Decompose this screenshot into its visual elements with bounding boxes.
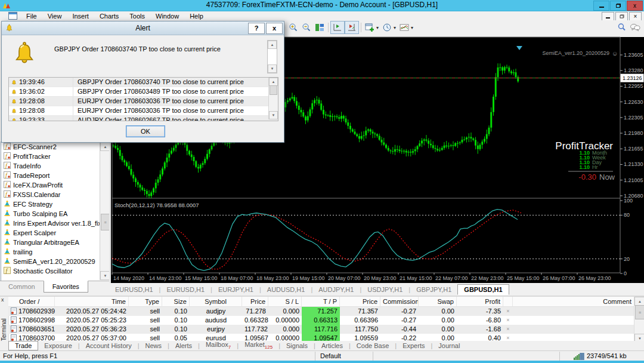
navigator-item[interactable]: fTradeReport [1,171,109,180]
scrollbar-thumb[interactable]: ≡ [635,305,644,319]
column-header[interactable]: Type [129,297,162,306]
mdi-minimize-button[interactable] [602,12,614,21]
column-header[interactable]: Price [340,297,380,306]
chart-tab-eurjpyh1[interactable]: EURJPY,H1 [212,285,259,294]
terminal-tab-journal[interactable]: Journal [432,342,466,350]
terminal-tab-articles[interactable]: Articles [315,342,349,350]
chart-tab-usdjpyh1[interactable]: USDJPY,H1 [361,285,408,294]
menu-charts[interactable]: Charts [94,13,124,20]
navigator-item[interactable]: fTradeInfo [1,161,109,171]
alert-row[interactable]: 19:36:02GBPJPY Order 1708603489 TP too c… [9,87,278,97]
scroll-up-icon[interactable]: ▲ [268,41,277,49]
terminal-tab-code-base[interactable]: Code Base [351,342,395,350]
terminal-tab-account-history[interactable]: Account History [80,342,138,350]
alert-close-button[interactable]: x [266,23,283,34]
close-order-icon[interactable]: × [503,325,513,334]
terminal-tab-market[interactable]: Market125 [239,340,278,350]
terminal-tab-alerts[interactable]: Alerts [169,342,198,350]
column-header[interactable] [503,297,513,306]
zoom-out-button[interactable] [300,21,313,33]
terminal-tab-signals[interactable]: Signals [280,342,314,350]
new-order-dropdown-icon[interactable]: ▾ [376,25,379,30]
terminal-close-icon[interactable]: x [1,297,4,303]
chart-tab-gbpusdh1[interactable]: GBPUSD,H1 [457,284,509,295]
navigator-item[interactable]: fIceFX.DrawProfit [1,180,109,190]
column-header[interactable]: Comment [513,297,634,306]
close-button[interactable]: x [627,1,643,11]
column-header[interactable]: Symbol [190,297,242,306]
chart-tab-audjpyh1[interactable]: AUDJPY,H1 [312,285,360,294]
restore-button[interactable] [610,1,626,11]
chart-tab-eurusdh1[interactable]: EURUSD,H1 [160,285,210,294]
column-header[interactable]: Order / [8,297,55,306]
navigator-item[interactable]: Irins Expert Advisor ver.1.8_fix [1,219,109,228]
status-profile[interactable]: Default [320,352,341,359]
order-row[interactable]: 17086029392020.05.27 05:24:42sell0.10aud… [8,307,634,316]
menu-insert[interactable]: Insert [67,13,94,20]
alert-help-button[interactable]: ? [248,23,265,34]
alert-row[interactable]: 19:39:46GBPJPY Order 1708603740 TP too c… [9,78,278,87]
navigator-item[interactable]: trailing [1,247,109,257]
scroll-down-icon[interactable]: ▼ [268,64,277,73]
navigator-item[interactable]: Turbo Scalping EA [1,209,109,219]
search-button[interactable] [615,21,628,33]
scrollbar-thumb[interactable]: ≡ [101,214,110,230]
scroll-down-icon[interactable]: ▼ [269,111,278,119]
navigator-item[interactable]: fFXSSI.Calendar [1,190,109,199]
order-row[interactable]: 17086036512020.05.27 05:36:23sell0.10eur… [8,325,634,334]
navigator-item[interactable]: Expert Scalper [1,228,109,238]
navigator-item[interactable]: EFC Strategy [1,199,109,209]
minimize-button[interactable] [593,1,609,11]
terminal-scrollbar[interactable]: ▲ ≡ ▼ [634,297,644,343]
terminal-tab-trade[interactable]: Trade [8,341,38,350]
navigator-item[interactable]: fEFC-Scanner2 [1,142,109,152]
scrollbar-thumb[interactable] [270,85,277,95]
column-header[interactable]: T / P [302,297,340,306]
column-header[interactable]: Commission [380,297,419,306]
periods-dropdown-icon[interactable]: ▾ [394,25,396,30]
chat-button[interactable] [628,21,642,33]
templates-button[interactable] [398,21,411,33]
menu-file[interactable]: File [21,13,42,20]
alert-message-scrollbar[interactable]: ▲ ▼ [267,40,277,73]
tile-windows-button[interactable] [313,21,326,33]
periods-button[interactable] [380,21,394,33]
chart-tab-gbpjpyh1[interactable]: GBPJPY,H1 [410,285,457,294]
alert-dialog-titlebar[interactable]: Alert ? x [2,21,284,35]
templates-dropdown-icon[interactable]: ▾ [411,25,413,30]
chart-tab-eurusdh1[interactable]: EURUSD,H1 [109,285,159,294]
navigator-item[interactable]: fProfitTracker [1,152,109,161]
navigator-tab-favorites[interactable]: Favorites [44,281,88,293]
mdi-restore-button[interactable] [615,12,628,21]
menu-view[interactable]: View [42,13,67,20]
alert-list-scrollbar[interactable]: ▲ ▼ [268,78,278,119]
chart-shift-button[interactable] [330,21,345,34]
column-header[interactable]: Size [162,297,190,306]
chart-tab-audusdh1[interactable]: AUDUSD,H1 [261,285,311,294]
column-header[interactable]: Swap [419,297,457,306]
menu-tools[interactable]: Tools [124,13,150,20]
terminal-tab-news[interactable]: News [140,342,168,350]
navigator-item[interactable]: fStochastic Oscillator [1,266,109,276]
column-header[interactable]: Time [55,297,129,306]
scroll-up-icon[interactable]: ▲ [634,297,644,306]
terminal-tab-exposure[interactable]: Exposure [38,342,78,350]
alert-row[interactable]: 19:28:08EURJPY Order 1708603036 TP too c… [9,106,278,116]
navigator-item[interactable]: Triangular ArbitrageEA [1,238,109,247]
column-header[interactable]: Profit [457,297,503,306]
order-row[interactable]: 17086029982020.05.27 05:25:23sell0.10aud… [8,316,634,325]
navigator-scrollbar[interactable]: ▲ ≡ ▼ [100,142,109,280]
terminal-tab-mailbox[interactable]: Mailbox7 [200,340,237,350]
chart-autoscroll-button[interactable] [345,21,359,34]
scroll-down-icon[interactable]: ▼ [100,271,110,280]
column-header[interactable]: Price [242,297,268,306]
navigator-tab-common[interactable]: Common [0,281,44,292]
menu-window[interactable]: Window [150,13,184,20]
menu-help[interactable]: Help [184,13,209,20]
column-header[interactable]: S / L [268,297,302,306]
zoom-in-button[interactable] [287,21,300,33]
scroll-up-icon[interactable]: ▲ [100,142,110,151]
terminal-tab-experts[interactable]: Experts [397,342,431,350]
close-order-icon[interactable]: × [503,307,513,316]
alert-row[interactable]: 19:28:08EURJPY Order 1708603036 TP too c… [9,97,278,106]
